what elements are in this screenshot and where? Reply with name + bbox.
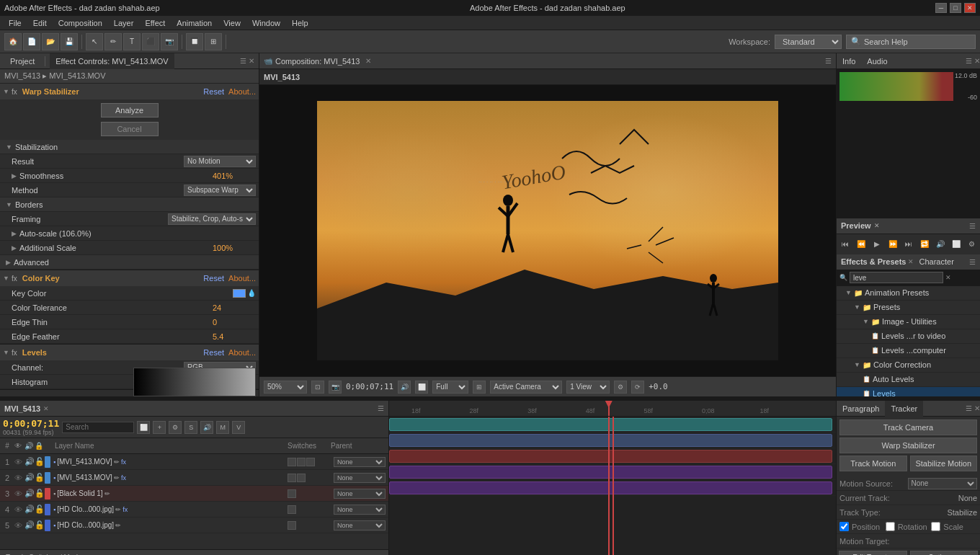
layer-4-aud[interactable]: 🔊 bbox=[24, 505, 35, 514]
layer-1-sw1[interactable] bbox=[288, 458, 296, 466]
layer-3-edit-icon[interactable]: ✏ bbox=[104, 490, 110, 497]
stabilization-section[interactable]: ▼ Stabilization bbox=[0, 140, 259, 154]
presets-item[interactable]: ▼ 📁 Presets bbox=[837, 301, 980, 315]
levels-item[interactable]: 📋 Levels bbox=[837, 387, 980, 397]
layer-5-edit-icon[interactable]: ✏ bbox=[115, 522, 121, 529]
tracker-tab[interactable]: Tracker bbox=[885, 401, 923, 417]
layer-2-parent-select[interactable]: None bbox=[334, 473, 386, 483]
eyedropper-icon[interactable]: 💧 bbox=[247, 289, 256, 297]
layer-5-lock[interactable]: 🔓 bbox=[35, 520, 45, 530]
layer-5-sw1[interactable] bbox=[288, 521, 296, 530]
levels-reset[interactable]: Reset bbox=[203, 348, 224, 357]
menu-animation[interactable]: Animation bbox=[171, 19, 218, 27]
color-tolerance-value[interactable]: 24 bbox=[213, 303, 256, 312]
analyze-button[interactable]: Analyze bbox=[101, 103, 159, 117]
comp-menu-icon[interactable]: ☰ bbox=[825, 57, 832, 65]
layer-2-vis[interactable]: 👁 bbox=[14, 474, 24, 482]
layer-2-sw2[interactable] bbox=[297, 474, 306, 482]
minimize-button[interactable]: ─ bbox=[935, 3, 947, 13]
warp-stabilizer-about[interactable]: About... bbox=[228, 87, 256, 96]
paragraph-tab[interactable]: Paragraph bbox=[837, 401, 885, 417]
tl-solo-btn[interactable]: S bbox=[184, 421, 197, 434]
layer-3-lock[interactable]: 🔓 bbox=[35, 489, 45, 498]
layer-1-fx-icon[interactable]: fx bbox=[121, 458, 126, 466]
tl-video-btn[interactable]: V bbox=[232, 421, 245, 434]
toolbar-shape-button[interactable]: ⬛ bbox=[142, 33, 159, 50]
color-key-about[interactable]: About... bbox=[228, 274, 256, 283]
toolbar-grid-button[interactable]: ⊞ bbox=[205, 33, 222, 50]
rotation-checkbox[interactable] bbox=[886, 522, 895, 531]
menu-help[interactable]: Help bbox=[286, 19, 314, 27]
tl-new-comp-btn[interactable]: + bbox=[153, 421, 166, 434]
tl-motion-btn[interactable]: M bbox=[216, 421, 229, 434]
warp-stabilizer-reset[interactable]: Reset bbox=[203, 87, 224, 96]
tracker-close-icon[interactable]: ✕ bbox=[974, 404, 980, 412]
effect-controls-tab[interactable]: Effect Controls: MVI_5413.MOV bbox=[50, 53, 174, 69]
right-panel-close-icon[interactable]: ✕ bbox=[974, 57, 980, 65]
panel-close-icon[interactable]: ✕ bbox=[249, 57, 254, 65]
layer-1-vis[interactable]: 👁 bbox=[14, 458, 24, 466]
track-camera-button[interactable]: Track Camera bbox=[839, 419, 977, 435]
layer-row-2[interactable]: 2 👁 🔊 🔓 ▪ [MVI_5413.MOV] ✏ fx None bbox=[0, 470, 388, 486]
color-key-header[interactable]: ▼ fx Color Key Reset About... bbox=[0, 270, 259, 286]
layer-3-parent-select[interactable]: None bbox=[334, 489, 386, 499]
tracker-menu-icon[interactable]: ☰ bbox=[966, 404, 972, 412]
effects-presets-search[interactable]: 🔍 ✕ bbox=[837, 270, 980, 286]
cancel-button[interactable]: Cancel bbox=[101, 122, 159, 136]
color-key-reset[interactable]: Reset bbox=[203, 274, 224, 283]
ep-clear-icon[interactable]: ✕ bbox=[945, 274, 951, 281]
quality-dropdown[interactable]: Full bbox=[432, 381, 468, 394]
track-clip-2[interactable] bbox=[389, 434, 832, 447]
toolbar-camera-button[interactable]: 📷 bbox=[161, 33, 178, 50]
tl-settings-btn[interactable]: ⚙ bbox=[169, 421, 182, 434]
stabilize-motion-button[interactable]: Stabilize Motion bbox=[910, 456, 978, 471]
prev-loop-button[interactable]: 🔁 bbox=[918, 238, 931, 251]
character-tab[interactable]: Character bbox=[919, 257, 954, 266]
timeline-timecode[interactable]: 0;00;07;11 bbox=[3, 418, 59, 429]
toolbar-select-button[interactable]: ↖ bbox=[86, 33, 103, 50]
timeline-tab-close[interactable]: ✕ bbox=[43, 405, 49, 412]
method-dropdown[interactable]: Subspace Warp bbox=[184, 185, 256, 196]
toolbar-snap-button[interactable]: 🔲 bbox=[186, 33, 203, 50]
preview-menu-icon[interactable]: ☰ bbox=[969, 222, 976, 230]
toolbar-open-button[interactable]: 📂 bbox=[42, 33, 59, 50]
advanced-section[interactable]: ▶ Advanced bbox=[0, 255, 259, 270]
workspace-dropdown[interactable]: Standard bbox=[775, 35, 842, 49]
snapshot-button[interactable]: 📷 bbox=[329, 381, 342, 394]
position-checkbox[interactable] bbox=[839, 522, 849, 531]
layer-1-sw3[interactable] bbox=[306, 458, 315, 466]
layer-3-aud[interactable]: 🔊 bbox=[24, 489, 35, 498]
levels-about[interactable]: About... bbox=[228, 348, 256, 357]
prev-fwd-button[interactable]: ⏩ bbox=[886, 238, 899, 251]
image-utilities-item[interactable]: ▼ 📁 Image - Utilities bbox=[837, 315, 980, 329]
comp-settings-button[interactable]: ⚙ bbox=[614, 381, 627, 394]
comp-tab-close[interactable]: ✕ bbox=[365, 57, 371, 65]
menu-composition[interactable]: Composition bbox=[53, 19, 108, 27]
ep-menu-icon[interactable]: ☰ bbox=[969, 258, 976, 266]
prev-first-button[interactable]: ⏮ bbox=[839, 238, 852, 251]
effects-presets-close[interactable]: ✕ bbox=[908, 258, 914, 265]
menu-layer[interactable]: Layer bbox=[108, 19, 140, 27]
layer-row-3[interactable]: 3 👁 🔊 🔓 ▪ [Black Solid 1] ✏ None bbox=[0, 486, 388, 502]
track-clip-5[interactable] bbox=[389, 481, 832, 494]
track-clip-3[interactable] bbox=[389, 450, 832, 463]
edit-target-button[interactable]: Edit Target... bbox=[839, 551, 907, 555]
grid-button[interactable]: ⊞ bbox=[473, 381, 486, 394]
levels-header[interactable]: ▼ fx Levels Reset About... bbox=[0, 345, 259, 360]
layer-1-lock[interactable]: 🔓 bbox=[35, 457, 45, 466]
track-clip-1[interactable] bbox=[389, 418, 832, 431]
prev-settings-button[interactable]: ⚙ bbox=[966, 238, 979, 251]
layer-5-vis[interactable]: 👁 bbox=[14, 521, 24, 530]
menu-view[interactable]: View bbox=[218, 19, 246, 27]
menu-window[interactable]: Window bbox=[246, 19, 286, 27]
tl-render-btn[interactable]: ⬜ bbox=[137, 421, 150, 434]
view-count-dropdown[interactable]: 1 View bbox=[566, 381, 610, 394]
framing-dropdown[interactable]: Stabilize, Crop, Auto-s bbox=[168, 213, 256, 225]
layer-2-lock[interactable]: 🔓 bbox=[35, 473, 45, 482]
key-color-swatch[interactable] bbox=[233, 289, 246, 298]
composition-tab-label[interactable]: Composition: MVI_5413 bbox=[275, 57, 360, 66]
levels-r-to-video-item[interactable]: 📋 Levels ...r to video bbox=[837, 329, 980, 344]
layer-row-1[interactable]: 1 👁 🔊 🔓 ▪ [MVI_5413.MOV] ✏ fx None bbox=[0, 454, 388, 470]
layer-1-parent-select[interactable]: None bbox=[334, 457, 386, 467]
search-box[interactable]: 🔍 bbox=[846, 35, 976, 49]
